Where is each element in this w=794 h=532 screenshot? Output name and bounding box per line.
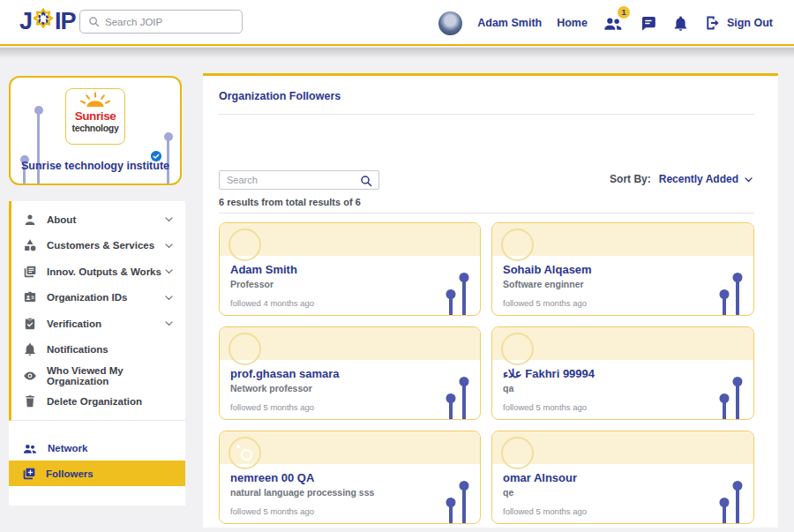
sign-out-icon <box>704 14 722 32</box>
decorative-pin <box>462 280 466 315</box>
home-link[interactable]: Home <box>557 17 588 29</box>
decorative-pin <box>449 296 453 315</box>
follower-card[interactable]: Adam Smith Professor followed 4 months a… <box>219 222 481 316</box>
avatar <box>228 437 261 469</box>
id-card-icon <box>23 290 37 304</box>
chevron-down-icon <box>163 318 175 329</box>
follower-name[interactable]: nemreen 00 QA <box>230 471 314 484</box>
sort-by-label: Sort By: <box>610 173 651 185</box>
header-shadow <box>0 48 794 58</box>
follower-name[interactable]: prof.ghasan samara <box>230 367 340 380</box>
sidebar-item-notifications[interactable]: Notifications <box>11 337 185 363</box>
sun-icon <box>77 92 114 107</box>
followers-search-input[interactable] <box>220 171 352 189</box>
sidebar-item-verification[interactable]: Verification <box>11 311 185 337</box>
divider <box>219 213 754 214</box>
decorative-pin <box>449 505 453 523</box>
followed-date: followed 4 months ago <box>230 298 314 308</box>
sidebar-item-label: Network <box>48 443 87 453</box>
sign-out-button[interactable]: Sign Out <box>704 14 773 32</box>
avatar <box>501 333 534 365</box>
sidebar-item-label: About <box>47 214 163 225</box>
follower-card[interactable]: prof.ghasan samara Network professor fol… <box>219 326 481 420</box>
follower-name[interactable]: Sohaib Alqasem <box>503 263 592 276</box>
global-search-input[interactable] <box>105 17 228 27</box>
follower-title: natural language processing sss <box>230 487 374 498</box>
sidebar-item-organization-ids[interactable]: Organization IDs <box>11 285 185 311</box>
followed-date: followed 5 months ago <box>503 402 587 412</box>
logo-text-post: IP <box>55 8 76 35</box>
sidebar-item-who-viewed[interactable]: Who Viewed My Organization <box>11 363 185 389</box>
chevron-down-icon <box>163 214 175 225</box>
sidebar-item-label: Verification <box>47 318 163 329</box>
global-search-box[interactable] <box>79 10 243 34</box>
decorative-pin <box>449 401 453 419</box>
notifications-button[interactable] <box>672 14 689 33</box>
decorative-pin <box>723 296 726 315</box>
people-group-icon <box>22 441 38 455</box>
follower-card[interactable]: علاء Fakhri 99994 qa followed 5 months a… <box>491 326 754 420</box>
logo-title: Sunrise <box>66 110 124 123</box>
organization-card: Sunrise technology Sunrise technology in… <box>9 76 182 185</box>
follower-name[interactable]: omar Alnsour <box>503 471 577 484</box>
follower-card[interactable]: nemreen 00 QA natural language processin… <box>219 431 481 524</box>
bell-icon <box>672 14 689 33</box>
follower-title: Network professor <box>230 383 312 393</box>
decorative-pin <box>462 488 466 523</box>
chevron-down-icon <box>163 292 175 303</box>
sidebar-item-delete-organization[interactable]: Delete Organization <box>11 389 185 416</box>
sidebar-item-label: Innov. Outputs & Works <box>47 266 163 277</box>
sidebar-item-label: Who Viewed My Organization <box>47 365 175 386</box>
sidebar-item-label: Notifications <box>47 344 175 355</box>
sidebar-item-innov-outputs-works[interactable]: Innov. Outputs & Works <box>11 259 185 285</box>
eye-icon <box>23 369 37 383</box>
user-name[interactable]: Adam Smith <box>477 17 542 29</box>
followers-grid: Adam Smith Professor followed 4 months a… <box>219 222 754 524</box>
person-icon <box>23 213 37 227</box>
decorative-pin <box>723 505 726 523</box>
verified-badge-icon <box>150 150 162 162</box>
avatar <box>501 229 534 261</box>
sidebar-item-followers[interactable]: Followers <box>9 461 185 486</box>
avatar <box>228 229 261 261</box>
sort-by-dropdown[interactable]: Sort By: Recently Added <box>610 173 754 185</box>
sidebar-item-customers-services[interactable]: Customers & Services <box>11 233 185 259</box>
documents-icon <box>23 265 37 279</box>
sidebar-item-about[interactable]: About <box>11 206 185 233</box>
follower-title: Professor <box>230 279 273 289</box>
sidebar-item-label: Delete Organization <box>47 396 175 407</box>
sign-out-label: Sign Out <box>727 17 773 29</box>
follower-title: qe <box>503 487 513 498</box>
decorative-pin <box>736 384 739 419</box>
avatar <box>501 437 534 469</box>
decorative-pin <box>736 488 739 523</box>
sidebar-item-label: Organization IDs <box>47 292 163 303</box>
joip-logo[interactable]: J IP <box>19 8 76 35</box>
avatar <box>228 333 261 365</box>
top-header: J IP Adam Smith Home 1 Sign Out <box>0 0 794 46</box>
follower-card[interactable]: Sohaib Alqasem Software enginner followe… <box>491 222 754 316</box>
follower-name[interactable]: علاء Fakhri 99994 <box>503 367 595 380</box>
sidebar-item-label: Customers & Services <box>47 240 163 251</box>
follower-name[interactable]: Adam Smith <box>230 263 297 276</box>
sidebar-bottom-menu: Network Followers <box>9 421 185 506</box>
followed-date: followed 5 months ago <box>503 298 587 308</box>
messages-button[interactable] <box>639 14 657 33</box>
decorative-pin <box>37 113 40 184</box>
follower-title: qa <box>503 383 513 393</box>
follower-card[interactable]: omar Alnsour qe followed 5 months ago <box>491 431 754 524</box>
divider <box>219 114 754 115</box>
search-icon <box>359 174 373 188</box>
sort-by-value: Recently Added <box>659 173 738 185</box>
follower-title: Software enginner <box>503 279 584 289</box>
network-requests-button[interactable]: 1 <box>603 13 624 33</box>
chevron-down-icon <box>743 174 754 185</box>
followers-search-box[interactable] <box>219 170 379 190</box>
network-badge: 1 <box>618 6 630 19</box>
page-title: Organization Followers <box>219 90 341 102</box>
trash-icon <box>23 394 37 408</box>
chevron-down-icon <box>163 240 175 251</box>
sidebar-item-network[interactable]: Network <box>9 435 185 461</box>
user-avatar[interactable] <box>438 11 462 35</box>
logo-subtitle: technology <box>66 123 124 133</box>
